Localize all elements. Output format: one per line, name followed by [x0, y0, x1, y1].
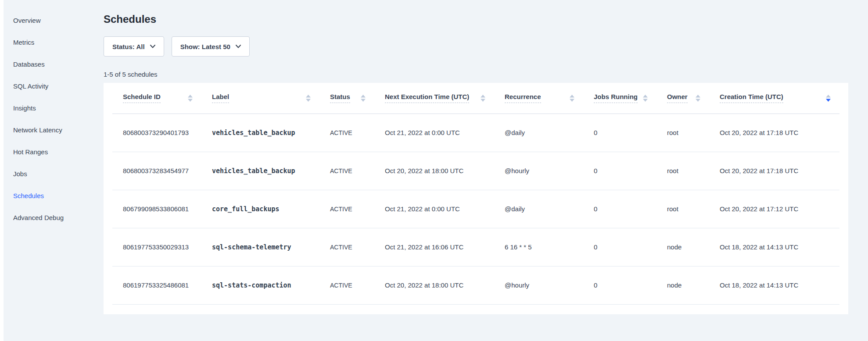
- column-label: Recurrence: [505, 93, 541, 103]
- filter-bar: Status: All Show: Latest 50: [104, 36, 868, 57]
- sidebar-item-network-latency[interactable]: Network Latency: [4, 119, 104, 141]
- cell-next-execution: Oct 21, 2022 at 0:00 UTC: [374, 114, 494, 152]
- cell-jobs-running: 0: [583, 228, 656, 266]
- cell-label: sql-stats-compaction: [201, 266, 319, 304]
- column-header-jobs-running[interactable]: Jobs Running: [583, 83, 656, 114]
- cell-owner: root: [656, 190, 709, 228]
- cell-status: ACTIVE: [319, 152, 374, 190]
- sidebar-item-schedules[interactable]: Schedules: [4, 185, 104, 206]
- cell-status: ACTIVE: [319, 190, 374, 228]
- cell-id: 806800373283454977: [112, 152, 201, 190]
- column-label: Schedule ID: [123, 93, 161, 103]
- cell-label: sql-schema-telemetry: [201, 228, 319, 266]
- cell-id: 806197753350029313: [112, 228, 201, 266]
- cell-creation-time: Oct 18, 2022 at 14:13 UTC: [709, 266, 839, 304]
- sort-arrows-icon: [696, 95, 700, 102]
- results-count: 1-5 of 5 schedules: [104, 71, 868, 78]
- table-header-row: Schedule IDLabelStatusNext Execution Tim…: [112, 83, 839, 114]
- column-label: Creation Time (UTC): [720, 93, 783, 103]
- column-header-status[interactable]: Status: [319, 83, 374, 114]
- cell-next-execution: Oct 21, 2022 at 16:06 UTC: [374, 228, 494, 266]
- cell-recurrence: @daily: [494, 190, 583, 228]
- cell-id: 806197753325486081: [112, 266, 201, 304]
- table-row: 806800373290401793vehicles_table_backupA…: [112, 114, 839, 152]
- status-filter-dropdown[interactable]: Status: All: [104, 36, 164, 57]
- column-label: Next Execution Time (UTC): [385, 93, 469, 103]
- column-header-next-execution-time-utc[interactable]: Next Execution Time (UTC): [374, 83, 494, 114]
- cell-creation-time: Oct 20, 2022 at 17:12 UTC: [709, 190, 839, 228]
- cell-owner: node: [656, 266, 709, 304]
- column-label: Jobs Running: [594, 93, 638, 103]
- sidebar-item-overview[interactable]: Overview: [4, 9, 104, 31]
- cell-status: ACTIVE: [319, 228, 374, 266]
- show-filter-dropdown[interactable]: Show: Latest 50: [172, 36, 250, 57]
- cell-recurrence: @hourly: [494, 266, 583, 304]
- cell-jobs-running: 0: [583, 114, 656, 152]
- cell-recurrence: @daily: [494, 114, 583, 152]
- cell-owner: root: [656, 114, 709, 152]
- cell-id: 806799098533806081: [112, 190, 201, 228]
- column-label: Label: [212, 93, 229, 103]
- sort-arrows-icon: [826, 95, 831, 102]
- column-header-schedule-id[interactable]: Schedule ID: [112, 83, 201, 114]
- sidebar-item-databases[interactable]: Databases: [4, 53, 104, 75]
- table-row: 806197753350029313sql-schema-telemetryAC…: [112, 228, 839, 266]
- cell-owner: node: [656, 228, 709, 266]
- sort-arrows-icon: [306, 95, 311, 102]
- schedules-page: OverviewMetricsDatabasesSQL ActivityInsi…: [0, 0, 868, 341]
- column-header-owner[interactable]: Owner: [656, 83, 709, 114]
- cell-jobs-running: 0: [583, 266, 656, 304]
- sidebar-item-sql-activity[interactable]: SQL Activity: [4, 75, 104, 97]
- sidebar-item-metrics[interactable]: Metrics: [4, 31, 104, 53]
- sort-arrows-icon: [481, 95, 485, 102]
- left-edge-strip: [0, 0, 4, 341]
- cell-status: ACTIVE: [319, 266, 374, 304]
- cell-next-execution: Oct 20, 2022 at 18:00 UTC: [374, 266, 494, 304]
- cell-label: vehicles_table_backup: [201, 114, 319, 152]
- sort-arrows-icon: [361, 95, 366, 102]
- sidebar-nav: OverviewMetricsDatabasesSQL ActivityInsi…: [4, 9, 104, 228]
- status-filter-label: Status: All: [112, 43, 145, 50]
- sort-arrows-icon: [643, 95, 648, 102]
- cell-recurrence: 6 16 * * 5: [494, 228, 583, 266]
- chevron-down-icon: [236, 45, 241, 48]
- column-label: Owner: [667, 93, 688, 103]
- table-row: 806197753325486081sql-stats-compactionAC…: [112, 266, 839, 304]
- cell-creation-time: Oct 20, 2022 at 17:18 UTC: [709, 114, 839, 152]
- column-label: Status: [330, 93, 350, 103]
- cell-recurrence: @hourly: [494, 152, 583, 190]
- page-title: Schedules: [104, 14, 868, 25]
- column-header-creation-time-utc[interactable]: Creation Time (UTC): [709, 83, 839, 114]
- cell-owner: root: [656, 152, 709, 190]
- sidebar-item-hot-ranges[interactable]: Hot Ranges: [4, 141, 104, 163]
- sort-arrows-icon: [570, 95, 574, 102]
- chevron-down-icon: [150, 45, 155, 48]
- sort-arrows-icon: [188, 95, 193, 102]
- cell-creation-time: Oct 20, 2022 at 17:18 UTC: [709, 152, 839, 190]
- table-row: 806799098533806081core_full_backupsACTIV…: [112, 190, 839, 228]
- sidebar-item-advanced-debug[interactable]: Advanced Debug: [4, 206, 104, 228]
- cell-id: 806800373290401793: [112, 114, 201, 152]
- column-header-recurrence[interactable]: Recurrence: [494, 83, 583, 114]
- sidebar-item-jobs[interactable]: Jobs: [4, 163, 104, 185]
- cell-next-execution: Oct 20, 2022 at 18:00 UTC: [374, 152, 494, 190]
- cell-jobs-running: 0: [583, 152, 656, 190]
- main-content: Schedules Status: All Show: Latest 50 1-…: [104, 0, 868, 314]
- show-filter-label: Show: Latest 50: [180, 43, 230, 50]
- cell-status: ACTIVE: [319, 114, 374, 152]
- cell-jobs-running: 0: [583, 190, 656, 228]
- table-row: 806800373283454977vehicles_table_backupA…: [112, 152, 839, 190]
- schedules-table: Schedule IDLabelStatusNext Execution Tim…: [112, 83, 839, 305]
- cell-label: core_full_backups: [201, 190, 319, 228]
- cell-next-execution: Oct 21, 2022 at 0:00 UTC: [374, 190, 494, 228]
- cell-label: vehicles_table_backup: [201, 152, 319, 190]
- cell-creation-time: Oct 18, 2022 at 14:13 UTC: [709, 228, 839, 266]
- sidebar-item-insights[interactable]: Insights: [4, 97, 104, 119]
- schedules-table-card: Schedule IDLabelStatusNext Execution Tim…: [104, 83, 848, 314]
- column-header-label[interactable]: Label: [201, 83, 319, 114]
